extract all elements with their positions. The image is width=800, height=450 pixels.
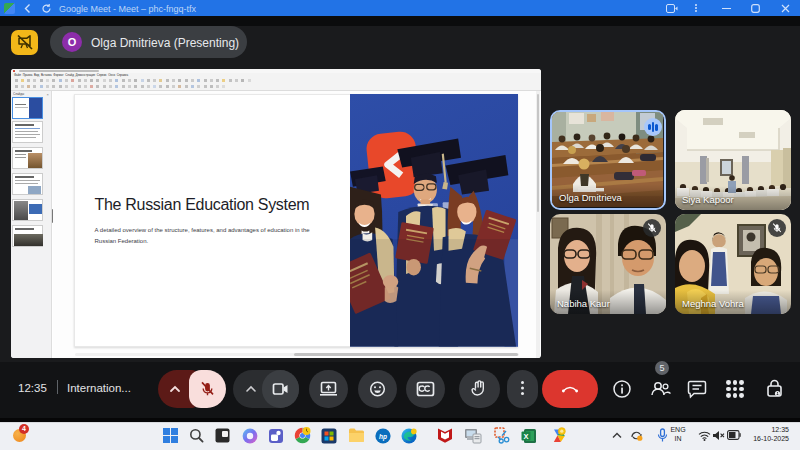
- svg-text:X: X: [523, 432, 528, 441]
- svg-text:hp: hp: [379, 433, 387, 441]
